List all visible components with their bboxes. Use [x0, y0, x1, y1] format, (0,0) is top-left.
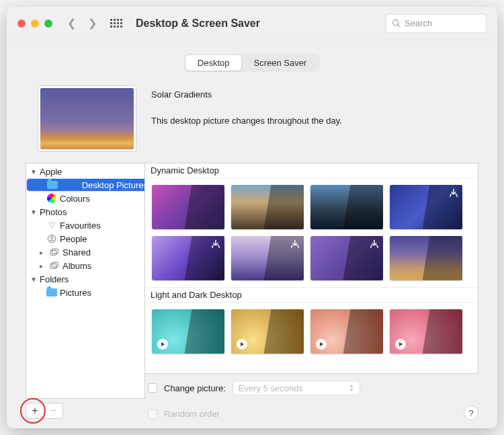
preferences-window: ❮ ❯ Desktop & Screen Saver Search Deskto…: [7, 7, 497, 428]
heart-icon: ♡: [46, 220, 57, 231]
back-button[interactable]: ❮: [67, 17, 76, 30]
chevron-down-icon: ▼: [30, 168, 37, 175]
download-icon: [448, 188, 460, 200]
play-icon: [316, 339, 327, 350]
svg-rect-6: [50, 264, 56, 268]
wallpaper-thumb[interactable]: [310, 185, 383, 229]
tab-desktop[interactable]: Desktop: [185, 55, 242, 71]
tab-switcher: Desktop Screen Saver: [184, 54, 320, 72]
chevron-right-icon: ▸: [40, 262, 46, 270]
shared-icon: [49, 247, 60, 258]
chevron-down-icon: ▼: [30, 208, 37, 216]
play-icon: [157, 339, 168, 350]
tab-screensaver[interactable]: Screen Saver: [241, 55, 319, 71]
play-icon: [395, 339, 406, 350]
play-icon: [237, 339, 247, 350]
add-folder-button[interactable]: +: [26, 403, 44, 419]
person-icon: [46, 233, 57, 244]
nav-arrows: ❮ ❯: [67, 17, 97, 30]
change-interval-select[interactable]: Every 5 seconds ▲▼: [233, 381, 360, 395]
wallpaper-gallery: Dynamic Desktop: [145, 163, 478, 374]
svg-point-0: [393, 20, 398, 26]
tree-item-pictures[interactable]: Pictures: [26, 286, 144, 299]
remove-folder-button[interactable]: −: [44, 403, 63, 419]
tree-item-people[interactable]: People: [26, 232, 144, 245]
tree-group-folders[interactable]: ▼ Folders: [26, 272, 144, 286]
tree-item-colours[interactable]: Colours: [26, 192, 144, 205]
help-button[interactable]: ?: [464, 405, 478, 420]
section-dynamic-desktop: Dynamic Desktop: [145, 163, 478, 178]
wallpaper-thumb[interactable]: [310, 236, 383, 280]
svg-point-3: [50, 237, 53, 239]
svg-rect-4: [50, 250, 56, 255]
svg-rect-7: [52, 262, 58, 267]
close-button[interactable]: [17, 19, 26, 28]
minimize-button[interactable]: [31, 19, 39, 28]
titlebar: ❮ ❯ Desktop & Screen Saver Search: [7, 7, 497, 40]
albums-icon: [49, 260, 60, 271]
section-light-dark: Light and Dark Desktop: [145, 287, 478, 303]
tree-group-apple[interactable]: ▼ Apple: [26, 165, 144, 178]
download-icon: [368, 239, 380, 251]
current-wallpaper-preview: [38, 85, 136, 152]
wallpaper-thumb[interactable]: [390, 185, 462, 229]
svg-rect-5: [52, 249, 58, 253]
source-sidebar: ▼ Apple Desktop Pictures Colours ▼ Ph: [26, 163, 145, 419]
chevron-down-icon: ▼: [30, 276, 37, 283]
download-icon: [210, 239, 222, 251]
folder-icon: [46, 287, 57, 298]
wallpaper-thumbnail: [40, 88, 134, 149]
svg-line-1: [398, 25, 400, 27]
wallpaper-thumb[interactable]: [310, 309, 383, 354]
chevron-right-icon: ▸: [40, 249, 46, 256]
zoom-button[interactable]: [44, 19, 52, 28]
options-footer: Change picture: Every 5 seconds ▲▼ Rando…: [145, 374, 478, 419]
folder-icon: [47, 180, 58, 190]
source-tree: ▼ Apple Desktop Pictures Colours ▼ Ph: [26, 163, 145, 399]
search-icon: [392, 19, 401, 28]
wallpaper-thumb[interactable]: [390, 236, 462, 280]
tree-item-favourites[interactable]: ♡ Favourites: [26, 219, 144, 232]
traffic-lights: [17, 19, 52, 28]
tree-item-albums[interactable]: ▸ Albums: [26, 259, 144, 272]
wallpaper-thumb[interactable]: [390, 309, 462, 354]
stepper-icon: ▲▼: [349, 384, 354, 392]
wallpaper-thumb[interactable]: [231, 236, 304, 280]
content: Desktop Screen Saver Solar Gradients Thi…: [7, 40, 497, 428]
colour-wheel-icon: [46, 193, 57, 204]
tree-item-shared[interactable]: ▸ Shared: [26, 245, 144, 259]
wallpaper-description: This desktop picture changes throughout …: [151, 116, 342, 126]
search-input[interactable]: Search: [386, 14, 487, 33]
tree-group-photos[interactable]: ▼ Photos: [26, 205, 144, 219]
wallpaper-thumb[interactable]: [231, 185, 304, 229]
wallpaper-thumb[interactable]: [152, 236, 224, 280]
wallpaper-thumb[interactable]: [231, 309, 304, 354]
change-picture-label: Change picture:: [164, 383, 226, 393]
download-icon: [289, 239, 301, 251]
wallpaper-thumb[interactable]: [152, 185, 224, 229]
random-order-checkbox[interactable]: [148, 409, 157, 419]
forward-button[interactable]: ❯: [88, 17, 97, 30]
wallpaper-name: Solar Gradients: [151, 89, 342, 100]
wallpaper-thumb[interactable]: [152, 309, 224, 354]
random-order-label: Random order: [164, 409, 220, 419]
window-title: Desktop & Screen Saver: [136, 17, 376, 30]
current-wallpaper-row: Solar Gradients This desktop picture cha…: [26, 85, 478, 152]
show-all-icon[interactable]: [110, 19, 122, 28]
tree-item-desktop-pictures[interactable]: Desktop Pictures: [26, 178, 145, 192]
change-picture-checkbox[interactable]: [148, 383, 157, 393]
